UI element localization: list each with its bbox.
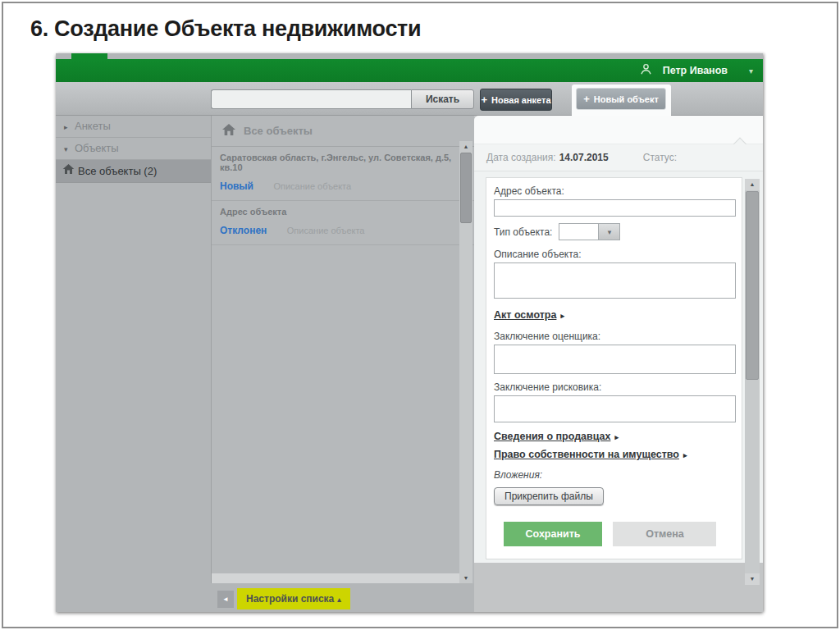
status-badge: Новый — [220, 180, 253, 192]
address-label: Адрес объекта: — [494, 185, 734, 197]
scroll-down-icon[interactable]: ▼ — [745, 573, 760, 585]
sidebar: ▸Анкеты ▾Объекты Все объекты (2) — [56, 116, 211, 612]
attach-files-button[interactable]: Прикрепить файлы — [494, 487, 604, 505]
type-select-value — [559, 223, 598, 240]
new-object-button[interactable]: +Новый объект — [576, 88, 666, 110]
list-item[interactable]: Саратовская область, г.Энгельс, ул. Сове… — [212, 147, 474, 201]
object-description: Описание объекта — [273, 181, 351, 191]
cancel-button[interactable]: Отмена — [613, 522, 716, 546]
expanded-arrow-icon: ▾ — [64, 139, 75, 160]
arrow-right-icon: ▸ — [683, 451, 687, 459]
person-icon — [639, 62, 653, 80]
created-label: Дата создания: — [486, 152, 556, 163]
object-address: Саратовская область, г.Энгельс, ул. Сове… — [220, 153, 453, 172]
chevron-down-icon[interactable]: ▾ — [598, 223, 620, 240]
list-header: Все объекты — [212, 116, 474, 147]
sidebar-item-ankety[interactable]: ▸Анкеты — [56, 116, 211, 138]
sellers-link[interactable]: Сведения о продавцах▸ — [494, 431, 734, 442]
slide-title: 6. Создание Объекта недвижимости — [30, 16, 421, 42]
caret-up-icon: ▴ — [337, 596, 341, 604]
ownership-link[interactable]: Право собственности на имущество▸ — [494, 449, 734, 460]
object-address: Адрес объекта — [220, 207, 453, 217]
collapsed-arrow-icon: ▸ — [64, 116, 75, 138]
scrollbar-thumb[interactable] — [746, 191, 759, 380]
search-input[interactable] — [211, 89, 411, 109]
arrow-right-icon: ▸ — [614, 433, 619, 441]
status-label: Статус: — [643, 152, 677, 163]
object-form: Адрес объекта: Тип объекта: ▾ Описание о… — [486, 177, 742, 559]
description-label: Описание объекта: — [494, 249, 734, 260]
panel-background: Дата создания:14.07.2015Статус: Адрес об… — [474, 116, 763, 563]
risk-label: Заключение рисковика: — [494, 381, 734, 393]
appraiser-label: Заключение оценщика: — [494, 331, 734, 342]
list-item[interactable]: Адрес объекта Отклонен Описание объекта — [212, 201, 474, 245]
sidebar-item-all-objects[interactable]: Все объекты (2) — [56, 160, 211, 183]
horizontal-scroll-track[interactable] — [212, 573, 459, 583]
meta-row: Дата создания:14.07.2015Статус: — [474, 144, 763, 171]
content-area: ▸Анкеты ▾Объекты Все объекты (2) — [56, 116, 763, 612]
house-icon — [62, 160, 78, 182]
window-notch — [71, 53, 107, 59]
plus-icon: + — [583, 93, 590, 105]
house-icon — [221, 123, 244, 139]
panel-tab-zone — [474, 116, 763, 144]
attachments-label: Вложения: — [494, 469, 734, 481]
list-settings-button[interactable]: Настройки списка▴ — [237, 588, 350, 609]
objects-list-panel: Все объекты Саратовская область, г.Энгел… — [211, 116, 474, 583]
scroll-down-icon[interactable]: ▼ — [459, 573, 472, 583]
appraiser-field[interactable] — [494, 345, 736, 374]
sidebar-item-obekty[interactable]: ▾Объекты — [56, 138, 211, 160]
user-menu[interactable]: Петр Иванов ▾ — [639, 59, 753, 82]
address-field[interactable] — [494, 199, 736, 217]
toolbar: Искать +Новая анкета +Новый объект — [56, 82, 763, 116]
description-field[interactable] — [494, 262, 736, 299]
search-button[interactable]: Искать — [411, 89, 474, 109]
status-badge: Отклонен — [220, 225, 267, 236]
scroll-up-icon[interactable]: ▲ — [745, 179, 760, 190]
arrow-right-icon: ▸ — [560, 312, 564, 320]
plus-icon: + — [481, 94, 487, 106]
object-description: Описание объекта — [287, 226, 365, 235]
save-button[interactable]: Сохранить — [504, 522, 602, 546]
type-label: Тип объекта: — [494, 226, 552, 238]
act-link[interactable]: Акт осмотра▸ — [494, 309, 734, 321]
form-scrollbar[interactable]: ▲ ▼ — [745, 179, 760, 585]
type-select[interactable]: ▾ — [559, 223, 620, 240]
created-date: 14.07.2015 — [559, 152, 609, 163]
scroll-up-icon[interactable]: ▲ — [459, 141, 472, 152]
new-anketa-button[interactable]: +Новая анкета — [480, 89, 552, 111]
list-scrollbar[interactable]: ▲ ▼ — [459, 141, 472, 583]
app-window: Петр Иванов ▾ Искать +Новая анкета +Новы… — [56, 53, 763, 612]
scrollbar-thumb[interactable] — [460, 153, 472, 223]
detail-panel: Дата создания:14.07.2015Статус: Адрес об… — [474, 116, 763, 612]
user-name: Петр Иванов — [663, 65, 728, 76]
collapse-left-icon[interactable]: ◄ — [217, 591, 234, 608]
chevron-down-icon[interactable]: ▾ — [749, 66, 753, 75]
risk-field[interactable] — [494, 395, 736, 422]
list-settings-row: ◄ Настройки списка▴ — [217, 588, 350, 609]
top-bar: Петр Иванов ▾ — [56, 59, 763, 82]
